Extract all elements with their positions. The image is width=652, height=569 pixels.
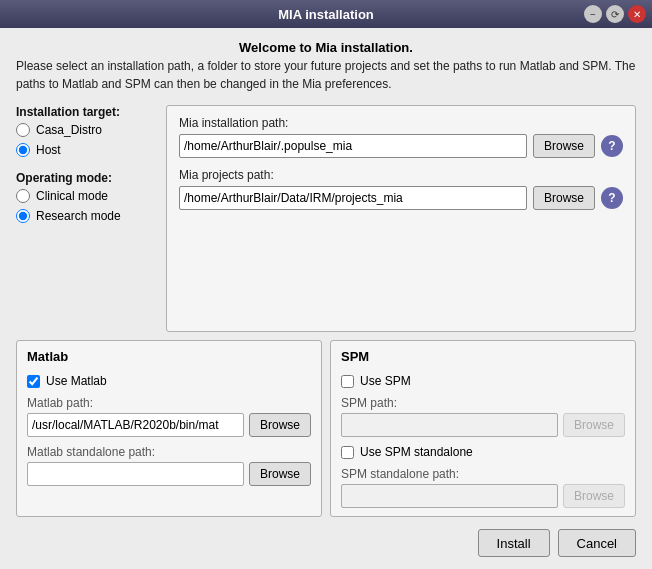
use-spm-checkbox[interactable] — [341, 375, 354, 388]
radio-research[interactable]: Research mode — [16, 209, 166, 223]
matlab-standalone-browse-btn[interactable]: Browse — [249, 462, 311, 486]
use-spm-checkbox-row[interactable]: Use SPM — [341, 374, 625, 388]
mia-installation-path-input-row: Browse ? — [179, 134, 623, 158]
mia-projects-path-input[interactable] — [179, 186, 527, 210]
use-spm-standalone-checkbox[interactable] — [341, 446, 354, 459]
operating-mode-group: Clinical mode Research mode — [16, 189, 166, 223]
radio-host-input[interactable] — [16, 143, 30, 157]
installation-target-section: Installation target: Casa_Distro Host — [16, 105, 166, 157]
radio-host-label: Host — [36, 143, 61, 157]
mia-projects-path-browse-btn[interactable]: Browse — [533, 186, 595, 210]
spm-path-browse-btn[interactable]: Browse — [563, 413, 625, 437]
radio-host[interactable]: Host — [16, 143, 166, 157]
cancel-button[interactable]: Cancel — [558, 529, 636, 557]
matlab-path-row: Matlab path: Browse — [27, 396, 311, 437]
spm-path-input[interactable] — [341, 413, 558, 437]
installation-target-label: Installation target: — [16, 105, 166, 119]
mia-installation-path-help-btn[interactable]: ? — [601, 135, 623, 157]
install-button[interactable]: Install — [478, 529, 550, 557]
use-matlab-label: Use Matlab — [46, 374, 107, 388]
matlab-path-input[interactable] — [27, 413, 244, 437]
spm-standalone-path-input-row: Browse — [341, 484, 625, 508]
spm-path-input-row: Browse — [341, 413, 625, 437]
use-spm-standalone-label: Use SPM standalone — [360, 445, 473, 459]
radio-casa-distro-label: Casa_Distro — [36, 123, 102, 137]
use-matlab-checkbox[interactable] — [27, 375, 40, 388]
use-spm-label: Use SPM — [360, 374, 411, 388]
spm-path-label: SPM path: — [341, 396, 625, 410]
bottom-area: Matlab Use Matlab Matlab path: Browse Ma… — [16, 340, 636, 517]
mia-projects-path-label: Mia projects path: — [179, 168, 623, 182]
use-matlab-checkbox-row[interactable]: Use Matlab — [27, 374, 311, 388]
matlab-standalone-path-row: Matlab standalone path: Browse — [27, 445, 311, 486]
matlab-path-browse-btn[interactable]: Browse — [249, 413, 311, 437]
restore-button[interactable]: ⟳ — [606, 5, 624, 23]
radio-casa-distro[interactable]: Casa_Distro — [16, 123, 166, 137]
mia-installation-path-label: Mia installation path: — [179, 116, 623, 130]
matlab-path-label: Matlab path: — [27, 396, 311, 410]
spm-path-row: SPM path: Browse — [341, 396, 625, 437]
mia-projects-path-row: Mia projects path: Browse ? — [179, 168, 623, 210]
spm-title: SPM — [341, 349, 625, 364]
titlebar: MIA installation − ⟳ ✕ — [0, 0, 652, 28]
mia-projects-path-help-btn[interactable]: ? — [601, 187, 623, 209]
matlab-standalone-path-label: Matlab standalone path: — [27, 445, 311, 459]
operating-mode-section: Operating mode: Clinical mode Research m… — [16, 171, 166, 223]
close-button[interactable]: ✕ — [628, 5, 646, 23]
welcome-title: Welcome to Mia installation. — [16, 40, 636, 55]
left-panel: Installation target: Casa_Distro Host Op… — [16, 105, 166, 332]
spm-standalone-path-input[interactable] — [341, 484, 558, 508]
content-area: Installation target: Casa_Distro Host Op… — [16, 105, 636, 332]
radio-research-label: Research mode — [36, 209, 121, 223]
mia-installation-path-input[interactable] — [179, 134, 527, 158]
mia-projects-path-input-row: Browse ? — [179, 186, 623, 210]
installation-target-group: Casa_Distro Host — [16, 123, 166, 157]
footer-buttons: Install Cancel — [16, 525, 636, 557]
window-title: MIA installation — [278, 7, 374, 22]
matlab-path-input-row: Browse — [27, 413, 311, 437]
operating-mode-label: Operating mode: — [16, 171, 166, 185]
matlab-standalone-path-input-row: Browse — [27, 462, 311, 486]
right-panel: Mia installation path: Browse ? Mia proj… — [166, 105, 636, 332]
radio-casa-distro-input[interactable] — [16, 123, 30, 137]
radio-clinical[interactable]: Clinical mode — [16, 189, 166, 203]
mia-installation-path-row: Mia installation path: Browse ? — [179, 116, 623, 158]
use-spm-standalone-checkbox-row[interactable]: Use SPM standalone — [341, 445, 625, 459]
matlab-standalone-path-input[interactable] — [27, 462, 244, 486]
mia-installation-path-browse-btn[interactable]: Browse — [533, 134, 595, 158]
matlab-title: Matlab — [27, 349, 311, 364]
spm-standalone-browse-btn[interactable]: Browse — [563, 484, 625, 508]
radio-clinical-input[interactable] — [16, 189, 30, 203]
main-content: Welcome to Mia installation. Please sele… — [0, 28, 652, 569]
spm-box: SPM Use SPM SPM path: Browse Use SPM sta… — [330, 340, 636, 517]
welcome-section: Welcome to Mia installation. Please sele… — [16, 40, 636, 97]
spm-standalone-path-label: SPM standalone path: — [341, 467, 625, 481]
spm-standalone-path-row: SPM standalone path: Browse — [341, 467, 625, 508]
radio-research-input[interactable] — [16, 209, 30, 223]
radio-clinical-label: Clinical mode — [36, 189, 108, 203]
minimize-button[interactable]: − — [584, 5, 602, 23]
welcome-description: Please select an installation path, a fo… — [16, 57, 636, 93]
matlab-box: Matlab Use Matlab Matlab path: Browse Ma… — [16, 340, 322, 517]
